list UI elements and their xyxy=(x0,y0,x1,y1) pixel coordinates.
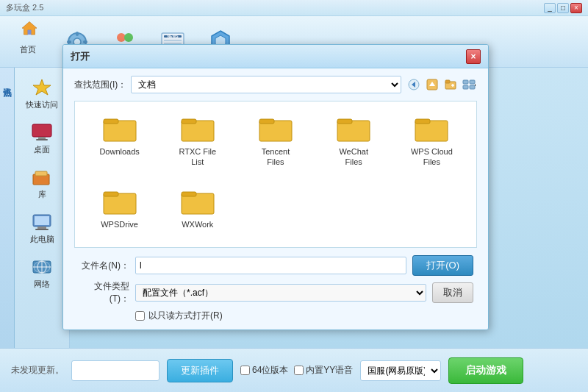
svg-rect-56 xyxy=(415,119,430,124)
search-row: 查找范围(I)： 文档 xyxy=(74,76,477,93)
file-label-rtxc: RTXC FileList xyxy=(179,146,217,168)
svg-marker-46 xyxy=(475,84,476,86)
file-label-wxwork: WXWork xyxy=(182,219,213,229)
dialog-body: 查找范围(I)： 文档 xyxy=(63,68,488,329)
file-grid: Downloads RTXC FileList TencentFiles xyxy=(74,101,477,248)
file-label-wpscloud: WPS CloudFiles xyxy=(411,146,453,168)
folder-icon xyxy=(180,113,215,144)
dialog-close-button[interactable]: × xyxy=(466,49,481,64)
svg-rect-60 xyxy=(182,192,196,196)
file-item-wpscloud[interactable]: WPS CloudFiles xyxy=(395,109,469,178)
search-select[interactable]: 文档 xyxy=(131,76,401,93)
search-icons xyxy=(406,76,477,93)
file-label-wpsdrive: WPSDrive xyxy=(101,219,138,229)
up-button[interactable] xyxy=(424,76,440,93)
new-folder-icon xyxy=(445,79,456,90)
file-item-downloads[interactable]: Downloads xyxy=(82,109,157,178)
svg-rect-50 xyxy=(182,119,196,124)
filename-input[interactable] xyxy=(135,257,406,274)
file-item-empty3 xyxy=(395,182,469,240)
new-folder-button[interactable] xyxy=(442,76,459,93)
svg-rect-43 xyxy=(470,80,475,84)
open-dialog: 打开 × 查找范围(I)： 文档 xyxy=(62,44,489,330)
filetype-select[interactable]: 配置文件（*.acf） xyxy=(135,284,426,302)
file-item-tencent[interactable]: TencentFiles xyxy=(238,109,312,178)
filename-row: 文件名(N)： 打开(O) xyxy=(78,255,473,276)
folder-icon xyxy=(258,113,293,144)
readonly-checkbox[interactable] xyxy=(135,311,145,321)
svg-rect-45 xyxy=(470,85,475,89)
svg-rect-48 xyxy=(104,119,118,124)
dialog-titlebar: 打开 × xyxy=(63,45,488,68)
file-label-tencent: TencentFiles xyxy=(262,146,290,168)
up-icon xyxy=(426,79,438,90)
cancel-button[interactable]: 取消 xyxy=(432,282,473,303)
folder-icon xyxy=(180,186,215,217)
folder-icon xyxy=(414,113,449,144)
svg-rect-39 xyxy=(445,80,450,83)
file-item-wechat[interactable]: WeChatFiles xyxy=(317,109,391,178)
search-label: 查找范围(I)： xyxy=(74,79,126,91)
view-toggle-button[interactable] xyxy=(461,76,477,93)
svg-rect-52 xyxy=(259,119,274,124)
file-label-downloads: Downloads xyxy=(99,146,139,157)
file-item-empty2 xyxy=(317,182,391,240)
view-icon xyxy=(462,79,476,90)
dialog-overlay: 打开 × 查找范围(I)： 文档 xyxy=(0,0,588,392)
dialog-title: 打开 xyxy=(71,50,466,63)
file-item-wxwork[interactable]: WXWork xyxy=(160,182,234,240)
filetype-label: 文件类型(T)： xyxy=(78,280,129,305)
filetype-row: 文件类型(T)： 配置文件（*.acf） 取消 xyxy=(78,280,473,305)
folder-icon xyxy=(102,113,137,144)
open-button[interactable]: 打开(O) xyxy=(412,255,473,276)
folder-icon xyxy=(336,113,371,144)
file-item-wpsdrive[interactable]: WPSDrive xyxy=(82,182,157,240)
readonly-label: 以只读方式打开(R) xyxy=(148,310,223,322)
svg-rect-44 xyxy=(463,85,468,89)
svg-rect-54 xyxy=(337,119,352,124)
readonly-row: 以只读方式打开(R) xyxy=(78,310,473,322)
svg-rect-58 xyxy=(104,192,118,196)
file-item-rtxc[interactable]: RTXC FileList xyxy=(160,109,234,178)
dialog-footer: 文件名(N)： 打开(O) 文件类型(T)： 配置文件（*.acf） 取消 以只… xyxy=(74,255,477,322)
back-button[interactable] xyxy=(406,76,422,93)
filename-label: 文件名(N)： xyxy=(78,260,129,272)
svg-rect-42 xyxy=(463,80,468,84)
folder-icon xyxy=(102,186,137,217)
file-item-empty1 xyxy=(238,182,312,240)
file-label-wechat: WeChatFiles xyxy=(339,146,368,168)
back-icon xyxy=(408,79,420,90)
